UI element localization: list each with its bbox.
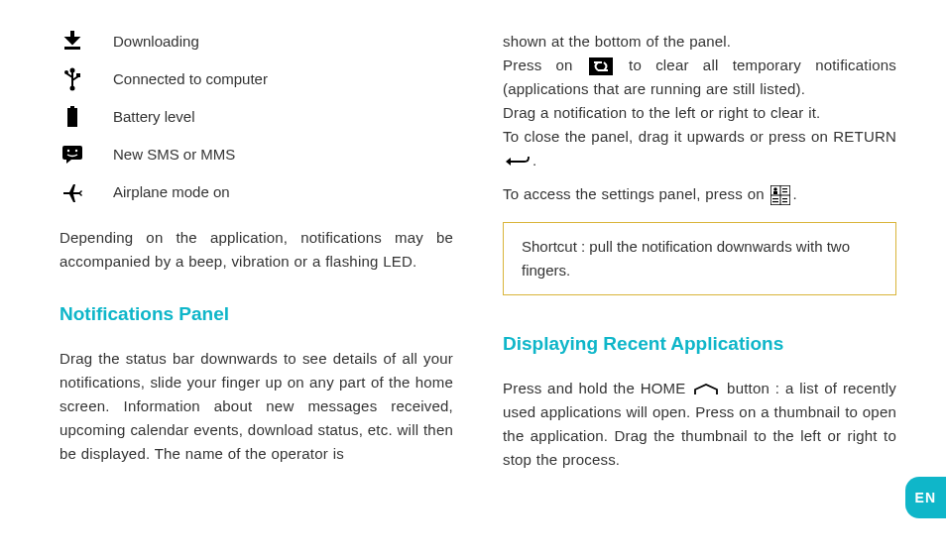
text-segment: shown at the bottom of the panel.	[503, 33, 731, 50]
language-label: EN	[915, 490, 936, 505]
svg-rect-20	[773, 191, 777, 194]
text-segment: To access the settings panel, press on	[503, 185, 765, 202]
left-column: Downloading Connected to computer Batter…	[59, 30, 453, 530]
svg-rect-9	[67, 108, 77, 127]
text-segment: .	[792, 185, 796, 202]
svg-rect-2	[70, 31, 74, 39]
right-column: shown at the bottom of the panel. Press …	[503, 30, 896, 530]
svg-rect-8	[70, 106, 74, 108]
notifications-panel-text: Drag the status bar downwards to see det…	[59, 347, 453, 466]
language-tab[interactable]: EN	[905, 477, 946, 518]
svg-rect-22	[782, 191, 787, 192]
recent-apps-heading: Displaying Recent Applications	[503, 329, 896, 359]
svg-rect-14	[589, 57, 613, 75]
svg-point-19	[774, 187, 778, 191]
return-icon	[505, 155, 531, 168]
text-segment: Press and hold the HOME	[503, 380, 686, 396]
icon-row-airplane: Airplane mode on	[59, 180, 453, 204]
shortcut-tip-box: Shortcut : pull the notification downwar…	[503, 222, 896, 295]
settings-panel-text: To access the settings panel, press on .	[503, 182, 896, 206]
airplane-icon	[59, 181, 85, 203]
svg-rect-10	[62, 146, 82, 160]
settings-panel-icon	[770, 185, 790, 205]
svg-point-12	[67, 150, 69, 152]
recent-apps-text: Press and hold the HOME button : a list …	[503, 377, 896, 472]
sms-icon	[59, 144, 85, 166]
svg-rect-21	[782, 188, 787, 189]
status-icons-table: Downloading Connected to computer Batter…	[59, 30, 453, 204]
text-segment: Press on	[503, 56, 573, 73]
svg-rect-7	[76, 73, 80, 77]
svg-rect-0	[64, 48, 80, 50]
svg-point-5	[70, 86, 75, 91]
svg-rect-24	[772, 201, 778, 202]
svg-marker-15	[506, 158, 511, 166]
icon-label: Connected to computer	[113, 67, 268, 91]
svg-point-13	[75, 150, 77, 152]
tip-text: Shortcut : pull the notification downwar…	[522, 238, 850, 279]
clear-notifications-icon	[589, 57, 613, 75]
icon-row-usb: Connected to computer	[59, 67, 453, 91]
icon-row-battery: Battery level	[59, 105, 453, 129]
icon-label: New SMS or MMS	[113, 143, 235, 167]
svg-rect-25	[782, 198, 787, 199]
home-icon	[693, 383, 719, 396]
icon-row-downloading: Downloading	[59, 30, 453, 54]
svg-rect-23	[772, 198, 778, 199]
icon-label: Battery level	[113, 105, 195, 129]
icon-row-sms: New SMS or MMS	[59, 143, 453, 167]
icon-label: Airplane mode on	[113, 180, 230, 204]
battery-icon	[59, 106, 85, 128]
download-icon	[59, 31, 85, 53]
usb-icon	[59, 68, 85, 90]
text-segment: Drag a notification to the left or right…	[503, 104, 820, 121]
intro-paragraph: Depending on the application, notificati…	[59, 226, 453, 274]
text-segment: .	[532, 152, 536, 168]
svg-point-6	[64, 70, 68, 74]
notifications-panel-heading: Notifications Panel	[59, 299, 453, 329]
icon-label: Downloading	[113, 30, 199, 54]
svg-marker-11	[66, 160, 71, 164]
panel-continuation: shown at the bottom of the panel. Press …	[503, 30, 896, 172]
svg-rect-26	[782, 201, 787, 202]
text-segment: To close the panel, drag it upwards or p…	[503, 128, 896, 145]
